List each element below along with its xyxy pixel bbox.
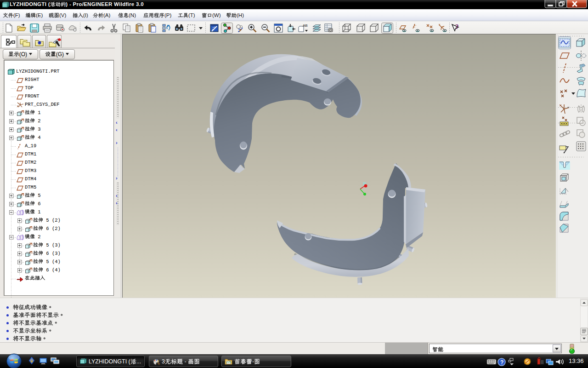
svg-text:?: ? bbox=[500, 359, 503, 366]
svg-text:AB: AB bbox=[303, 23, 308, 28]
svg-text:?: ? bbox=[455, 23, 459, 30]
